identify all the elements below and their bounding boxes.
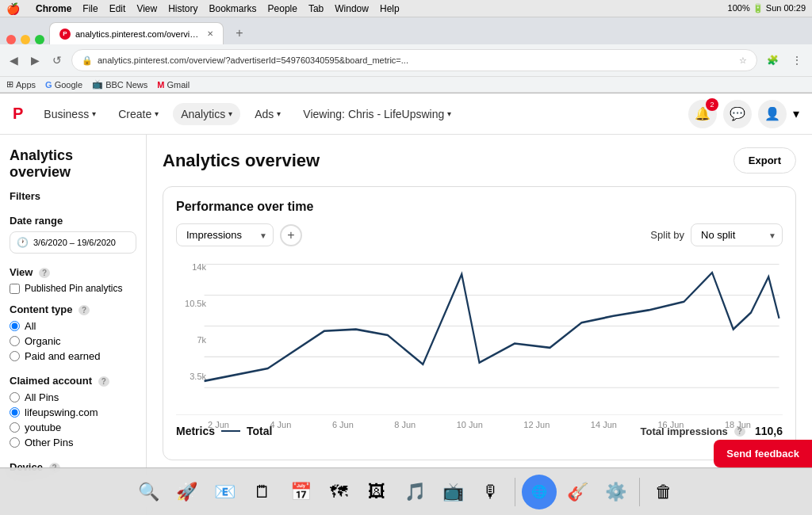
dock-music[interactable]: 🎵 [397,475,432,509]
address-bar[interactable]: 🔒 analytics.pinterest.com/overview/?adve… [71,49,757,71]
dock-chrome[interactable]: 🌐 [522,475,557,509]
lock-icon: 🔒 [82,55,93,66]
bookmark-bbc[interactable]: 📺 BBC News [92,79,147,90]
dock-podcasts[interactable]: 🎙 [473,475,508,509]
menu-tab[interactable]: Tab [308,3,324,14]
extensions-button[interactable]: 🧩 [764,53,782,67]
claimed-help-icon[interactable]: ? [98,376,109,387]
more-nav-button[interactable]: ▾ [793,100,799,128]
content-type-help-icon[interactable]: ? [79,305,90,315]
content-paid-label: Paid and earned [25,350,100,362]
menu-chrome[interactable]: Chrome [36,3,71,14]
dock-maps[interactable]: 🗺 [321,475,356,509]
forward-button[interactable]: ▶ [28,52,43,68]
x-label-14jun: 14 Jun [591,420,617,429]
claimed-other-input[interactable] [10,437,20,448]
back-button[interactable]: ◀ [6,52,21,68]
claimed-youtube-radio[interactable]: youtube [10,422,136,433]
add-metric-button[interactable]: + [280,224,302,246]
split-by-select[interactable]: No split Device Content type [691,223,783,246]
menu-help[interactable]: Help [380,3,400,14]
metric-select-wrap[interactable]: Impressions Engagements Link clicks Save… [176,223,274,246]
content-organic-input[interactable] [10,336,20,346]
close-button[interactable] [6,35,16,44]
nav-viewing[interactable]: Viewing: Chris - LifeUpswing ▾ [295,103,459,125]
menu-window[interactable]: Window [335,3,369,14]
nav-right: 🔔 2 💬 👤 ▾ [688,100,799,128]
claimed-all-input[interactable] [10,392,20,402]
nav-business[interactable]: Business ▾ [36,103,104,125]
date-range-picker[interactable]: 🕐 3/6/2020 – 19/6/2020 [10,231,136,254]
nav-ads[interactable]: Ads ▾ [247,103,289,125]
content-organic-radio[interactable]: Organic [10,335,136,347]
nav-create[interactable]: Create ▾ [110,103,167,125]
dock-trash[interactable]: 🗑 [646,475,681,509]
bookmark-gmail[interactable]: M Gmail [157,80,190,90]
x-label-16jun: 16 Jun [657,420,684,429]
export-button[interactable]: Export [733,147,796,174]
chart-x-labels: 2 Jun 4 Jun 6 Jun 8 Jun 10 Jun 12 Jun 14… [176,417,783,429]
metric-select[interactable]: Impressions Engagements Link clicks Save… [176,223,274,246]
browser-tabs: P analytics.pinterest.com/overview/?adve… [0,17,812,44]
claimed-lifeupswing-input[interactable] [10,407,20,418]
bookmark-star-icon[interactable]: ☆ [739,55,747,66]
tab-close-button[interactable]: ✕ [207,29,213,38]
split-by-select-wrap[interactable]: No split Device Content type [691,223,783,246]
dock-spotify[interactable]: 🎸 [560,475,595,509]
dock-finder[interactable]: 🔍 [131,475,166,509]
pinterest-logo[interactable]: P [13,105,23,123]
minimize-button[interactable] [21,35,30,44]
traffic-lights[interactable] [6,35,44,44]
dock-notes[interactable]: 🗒 [245,475,280,509]
menu-edit[interactable]: Edit [109,3,126,14]
new-tab-button[interactable]: + [228,22,251,44]
apple-menu[interactable]: 🍎 [6,2,20,15]
claimed-other-radio[interactable]: Other Pins [10,437,136,448]
dock-tv[interactable]: 📺 [435,475,470,509]
content-paid-input[interactable] [10,351,20,361]
bookmark-apps[interactable]: ⊞ Apps [6,79,36,90]
chart-area: 14k 10.5k 7k 3.5k 2 Jun [176,256,783,414]
content-all-input[interactable] [10,321,20,331]
messages-button[interactable]: 💬 [723,100,752,128]
menu-file[interactable]: File [82,3,98,14]
view-label: View ? [10,266,136,278]
dock-divider-1 [515,478,515,506]
dock-mail[interactable]: 📧 [207,475,242,509]
bookmark-google[interactable]: G Google [45,80,82,90]
reload-button[interactable]: ↺ [49,52,65,68]
profile-button[interactable]: 👤 [758,100,787,128]
claimed-all-pins-radio[interactable]: All Pins [10,391,136,403]
content-organic-label: Organic [25,335,61,347]
dock-launchpad[interactable]: 🚀 [169,475,204,509]
claimed-youtube-input[interactable] [10,422,20,433]
dock-calendar[interactable]: 📅 [283,475,318,509]
published-pin-checkbox-item[interactable]: Published Pin analytics [10,283,136,294]
send-feedback-button[interactable]: Send feedback [714,440,812,467]
notifications-button[interactable]: 🔔 2 [688,100,717,128]
claimed-account-label: Claimed account ? [10,375,136,387]
page-header: Analytics overview Export [163,147,796,174]
menu-people[interactable]: People [268,3,297,14]
maximize-button[interactable] [35,35,44,44]
bookmarks-bar: ⊞ Apps G Google 📺 BBC News M Gmail [0,77,812,93]
more-button[interactable]: ⋮ [788,52,806,68]
y-label-35k: 3.5k [176,372,206,381]
browser-chrome: P analytics.pinterest.com/overview/?adve… [0,17,812,93]
dock-photos[interactable]: 🖼 [359,475,394,509]
menu-bookmarks[interactable]: Bookmarks [209,3,257,14]
menu-view[interactable]: View [136,3,157,14]
sidebar-header: Analytics overview [10,147,136,181]
content-all-radio[interactable]: All [10,320,136,332]
content-paid-radio[interactable]: Paid and earned [10,350,136,362]
dock-system-prefs[interactable]: ⚙️ [598,475,633,509]
nav-analytics[interactable]: Analytics ▾ [173,103,240,125]
published-pin-checkbox[interactable] [10,284,20,294]
viewing-label: Viewing: Chris - LifeUpswing [303,108,444,120]
gmail-icon: M [157,80,164,90]
menu-history[interactable]: History [168,3,197,14]
active-tab[interactable]: P analytics.pinterest.com/overview/?adve… [49,22,224,44]
performance-controls: Impressions Engagements Link clicks Save… [176,223,783,246]
claimed-lifeupswing-radio[interactable]: lifeupswing.com [10,406,136,418]
view-help-icon[interactable]: ? [39,268,50,278]
